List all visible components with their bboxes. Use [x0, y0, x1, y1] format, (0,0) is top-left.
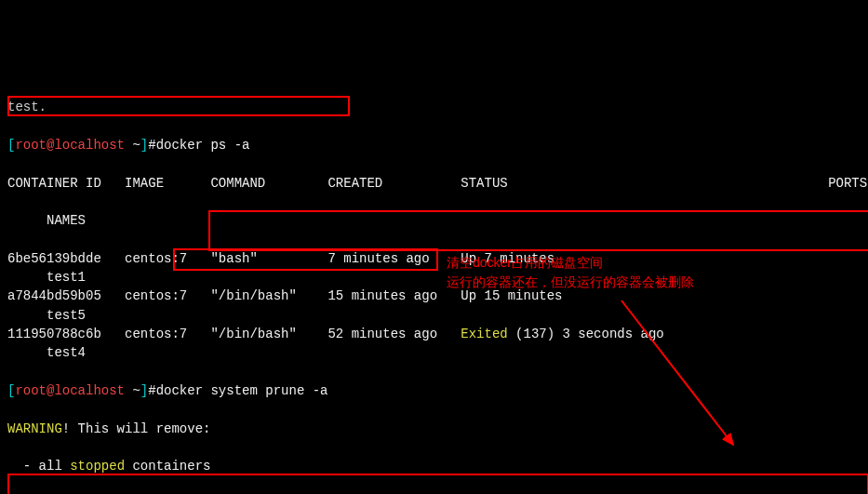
- prompt-line-2: [root@localhost ~]#docker system prune -…: [7, 381, 861, 400]
- table-row-name: test4: [7, 343, 861, 362]
- prune-item: - all stopped containers: [7, 457, 861, 475]
- warning-line: WARNING! This will remove:: [7, 420, 861, 438]
- highlight-box-result: [7, 474, 868, 494]
- prev-line: test.: [7, 98, 861, 116]
- ps-header-1-names: NAMES: [7, 211, 861, 230]
- prompt-user: root@localhost: [15, 138, 125, 153]
- ps-header-1: CONTAINER ID IMAGE COMMAND CREATED STATU…: [7, 174, 861, 193]
- warning-label: WARNING: [7, 421, 62, 436]
- table-row: 111950788c6b centos:7 "/bin/bash" 52 min…: [7, 325, 861, 343]
- prompt-path: ~: [125, 138, 140, 153]
- prompt-bracket: ]: [140, 138, 148, 153]
- terminal[interactable]: test. [root@localhost ~]#docker ps -a CO…: [7, 79, 861, 494]
- table-row-name: test5: [7, 306, 861, 325]
- prompt-line-1: [root@localhost ~]#docker ps -a: [7, 136, 861, 154]
- annotation-text: 清空docker占用的磁盘空间 运行的容器还在，但没运行的容器会被删除: [447, 253, 837, 292]
- command-2: docker system prune -a: [156, 383, 328, 398]
- prompt-hash: #: [148, 138, 155, 153]
- command-1: docker ps -a: [156, 138, 250, 153]
